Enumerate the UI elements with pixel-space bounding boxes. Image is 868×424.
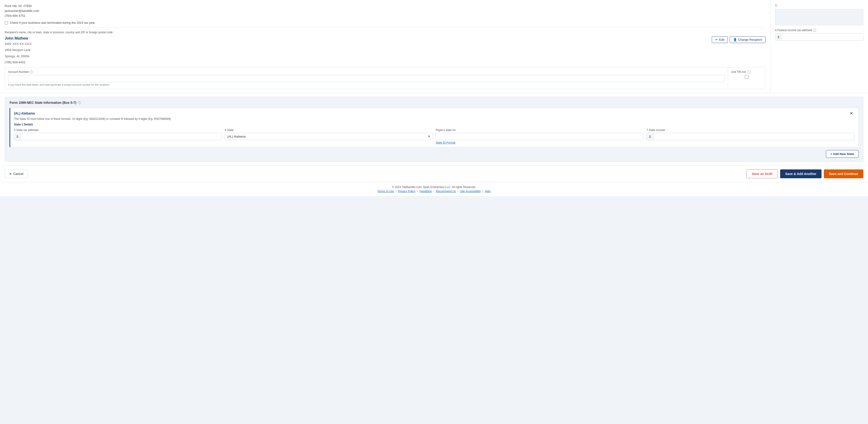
state-section: Form 1099-NEC State Information (Box 5-7… <box>5 97 863 162</box>
payer-email: jackracher@banditllc.com <box>5 9 766 13</box>
footer-actions: ✕ Cancel Save as Draft Save & Add Anothe… <box>0 166 868 182</box>
box5-currency-symbol: $ <box>14 133 21 140</box>
add-new-state-button[interactable]: + Add New State <box>826 150 859 158</box>
state-card-header: (AL) Alabama ✕ <box>14 111 855 116</box>
state-details-label: State 1 Details <box>14 123 855 126</box>
recipient-ssn: SSN: XXX-XX-1313 <box>5 41 31 47</box>
help-link[interactable]: Help <box>485 190 491 193</box>
box7-label: 7 State income <box>647 129 855 132</box>
account-number-section: Account Number i If you leave this field… <box>5 67 728 89</box>
edit-recipient-button[interactable]: ✏ Edit <box>712 36 727 43</box>
change-recipient-icon: 👤 <box>733 38 737 41</box>
box4-label: 4 Federal income tax withheld i <box>775 29 863 32</box>
close-state-button[interactable]: ✕ <box>848 111 855 116</box>
add-new-state-label: + Add New State <box>830 152 854 156</box>
state-section-title: Form 1099-NEC State Information (Box 5-7… <box>9 101 859 105</box>
terminated-checkbox-row: Check if your business was terminated du… <box>5 21 766 24</box>
terms-of-use-link[interactable]: Terms of Use <box>377 190 394 193</box>
payer-address: Rock Hill, SC 27930 <box>5 4 766 9</box>
box5-input[interactable]: 3,000.00 <box>21 133 222 140</box>
account-helper-text: If you leave this field blank, we'll aut… <box>8 83 724 86</box>
tin-checkbox[interactable] <box>745 75 748 79</box>
cancel-label: Cancel <box>13 172 24 176</box>
alabama-state-card: (AL) Alabama ✕ The State ID must follow … <box>9 108 859 147</box>
box4-input[interactable]: 0.00 <box>782 34 863 40</box>
account-tin-row: Account Number i If you leave this field… <box>5 67 766 89</box>
box3-area <box>775 9 863 25</box>
footer-links: Terms of Use | Privacy Policy | Feedback… <box>5 190 863 193</box>
save-draft-button[interactable]: Save as Draft <box>746 169 778 178</box>
change-recipient-label: Change Recipient <box>738 38 762 41</box>
footer-right-buttons: Save as Draft Save & Add Another Save an… <box>746 169 863 178</box>
box4-input-wrapper: $ 0.00 <box>775 33 863 41</box>
payers-state-field: Payer's state no R007999999 State ID For… <box>436 129 644 144</box>
recipient-address1: 1804 Neuport Lane <box>5 48 31 53</box>
box6-field: 6 State (AL) Alabama ▼ <box>225 129 433 140</box>
recipient-address2: Springs, AL 35004 <box>5 54 31 59</box>
recipient-name: John Mathew SSN: XXX-XX-1313 1804 Neupor… <box>5 36 31 65</box>
account-number-label: Account Number i <box>8 70 724 74</box>
recipient-phone: (786) 809-8453 <box>5 60 31 65</box>
recipient-header: John Mathew SSN: XXX-XX-1313 1804 Neupor… <box>5 36 766 65</box>
tin-section: 2nd TIN not. i <box>728 67 765 89</box>
recipient-actions: ✏ Edit 👤 Change Recipient <box>712 36 766 43</box>
payers-state-input[interactable]: R007999999 <box>436 133 644 140</box>
change-recipient-button[interactable]: 👤 Change Recipient <box>730 36 766 43</box>
edit-icon: ✏ <box>715 38 718 41</box>
edit-label: Edit <box>719 38 724 41</box>
section-divider <box>5 28 766 28</box>
save-add-another-button[interactable]: Save & Add Another <box>780 169 822 178</box>
save-continue-label: Save and Continue <box>829 172 858 176</box>
payers-state-label: Payer's state no <box>436 129 644 132</box>
box7-field: 7 State income $ 7,000.00 <box>647 129 855 140</box>
tin-label: 2nd TIN not. i <box>731 70 762 74</box>
box3-num: 3 <box>775 4 863 7</box>
box7-input[interactable]: 7,000.00 <box>653 133 854 140</box>
box5-input-wrapper: $ 3,000.00 <box>14 133 222 140</box>
cancel-button[interactable]: ✕ Cancel <box>5 170 28 178</box>
site-accessibility-link[interactable]: Site Accessibility <box>460 190 481 193</box>
terminated-checkbox[interactable] <box>5 21 8 24</box>
box6-select-wrapper: (AL) Alabama ▼ <box>225 133 433 140</box>
state-id-description: The State ID must follow one of these fo… <box>14 117 855 120</box>
recommend-us-link[interactable]: Recommend Us <box>436 190 456 193</box>
state-fields-row: 5 State tax withheld $ 3,000.00 6 State … <box>14 129 855 144</box>
state-section-info-icon[interactable]: i <box>78 101 81 104</box>
account-number-input[interactable] <box>8 75 724 82</box>
cancel-icon: ✕ <box>9 172 12 176</box>
recipient-section-label: Recipient's name, city or town, state or… <box>5 31 766 34</box>
box5-field: 5 State tax withheld $ 3,000.00 <box>14 129 222 140</box>
box5-label: 5 State tax withheld <box>14 129 222 132</box>
box6-label: 6 State <box>225 129 433 132</box>
copyright-text: © 2024 TaxBandits.com, Span Enterprises … <box>5 186 863 189</box>
box7-input-wrapper: $ 7,000.00 <box>647 133 855 140</box>
terminated-label: Check if your business was terminated du… <box>10 21 95 24</box>
state-card-title: (AL) Alabama <box>14 111 35 115</box>
save-continue-button[interactable]: Save and Continue <box>824 169 863 178</box>
save-draft-label: Save as Draft <box>752 172 772 176</box>
save-add-another-label: Save & Add Another <box>785 172 816 176</box>
close-icon: ✕ <box>849 111 853 116</box>
privacy-policy-link[interactable]: Privacy Policy <box>398 190 415 193</box>
box4-info-icon[interactable]: i <box>813 29 816 32</box>
payer-phone: (704) 684-4751 <box>5 13 766 19</box>
payer-info: Rock Hill, SC 27930 jackracher@banditllc… <box>5 4 766 18</box>
box6-state-select[interactable]: (AL) Alabama <box>225 133 433 140</box>
box7-currency-symbol: $ <box>647 133 653 140</box>
add-state-row: + Add New State <box>9 150 859 158</box>
site-footer: © 2024 TaxBandits.com, Span Enterprises … <box>0 182 868 196</box>
state-id-format-link[interactable]: State ID Format <box>436 141 644 144</box>
feedback-link[interactable]: Feedback <box>420 190 432 193</box>
tin-info-icon[interactable]: i <box>748 70 751 74</box>
account-number-info-icon[interactable]: i <box>30 70 33 74</box>
box4-currency-symbol: $ <box>775 33 782 40</box>
